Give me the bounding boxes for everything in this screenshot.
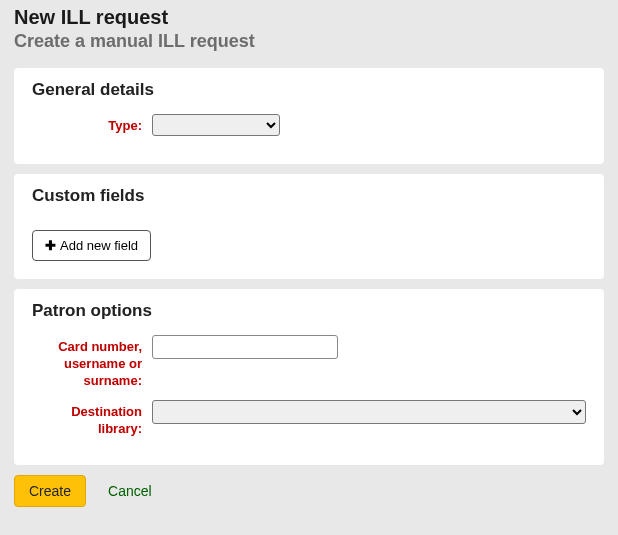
type-label: Type: [32,114,152,135]
custom-fields-panel: Custom fields ✚ Add new field [14,174,604,279]
form-actions: Create Cancel [14,475,604,507]
plus-icon: ✚ [45,238,56,253]
add-new-field-label: Add new field [60,238,138,253]
patron-options-heading: Patron options [32,301,586,321]
card-number-input[interactable] [152,335,338,359]
card-number-label: Card number, username or surname: [32,335,152,390]
type-select[interactable] [152,114,280,136]
page-title: New ILL request [14,6,604,29]
destination-library-select[interactable] [152,400,586,424]
destination-library-label: Destination library: [32,400,152,438]
create-button[interactable]: Create [14,475,86,507]
general-details-heading: General details [32,80,586,100]
general-details-panel: General details Type: [14,68,604,164]
custom-fields-heading: Custom fields [32,186,586,206]
cancel-link[interactable]: Cancel [108,483,152,499]
page-subtitle: Create a manual ILL request [14,31,604,52]
add-new-field-button[interactable]: ✚ Add new field [32,230,151,261]
patron-options-panel: Patron options Card number, username or … [14,289,604,465]
